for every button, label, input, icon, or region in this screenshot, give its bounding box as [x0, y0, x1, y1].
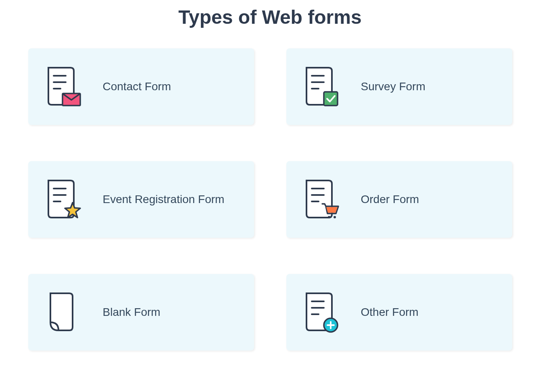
svg-point-14 — [328, 216, 330, 218]
contact-form-icon — [42, 64, 83, 109]
card-label: Contact Form — [103, 79, 171, 94]
svg-rect-7 — [324, 92, 338, 106]
card-label: Order Form — [361, 192, 419, 207]
card-event-registration-form[interactable]: Event Registration Form — [28, 161, 254, 238]
event-form-icon — [42, 177, 83, 222]
card-label: Blank Form — [103, 305, 161, 320]
svg-point-15 — [334, 216, 336, 218]
card-label: Survey Form — [361, 79, 425, 94]
card-survey-form[interactable]: Survey Form — [286, 48, 512, 125]
card-label: Event Registration Form — [103, 192, 225, 207]
card-other-form[interactable]: Other Form — [286, 274, 512, 351]
card-contact-form[interactable]: Contact Form — [28, 48, 254, 125]
card-blank-form[interactable]: Blank Form — [28, 274, 254, 351]
blank-form-icon — [42, 290, 83, 334]
card-order-form[interactable]: Order Form — [286, 161, 512, 238]
survey-form-icon — [300, 64, 341, 109]
order-form-icon — [300, 177, 341, 222]
form-types-grid: Contact Form Survey Form Event — [28, 48, 512, 351]
page-title: Types of Web forms — [20, 6, 520, 28]
card-label: Other Form — [361, 305, 419, 320]
other-form-icon — [300, 290, 341, 334]
